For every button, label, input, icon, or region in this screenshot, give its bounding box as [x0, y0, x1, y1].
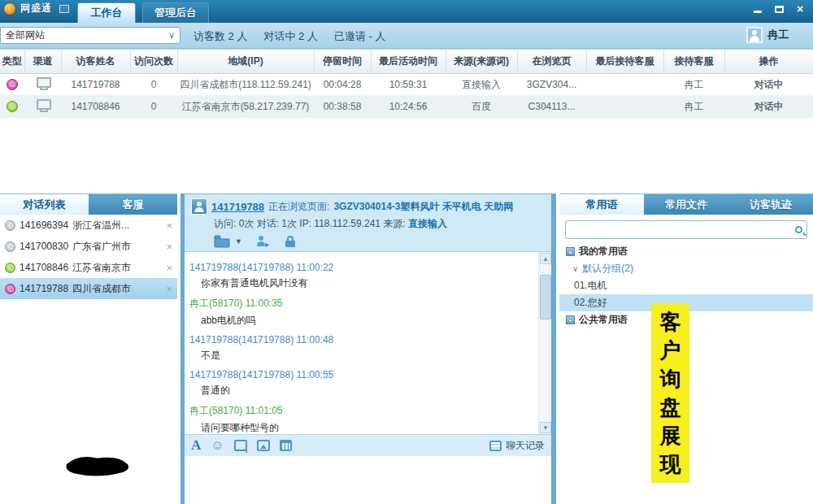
message-text: 普通的	[201, 384, 533, 398]
collapse-icon[interactable]: -	[566, 315, 575, 324]
col-last-active[interactable]: 最后活动时间	[371, 50, 446, 74]
tree-group-label: 公共常用语	[579, 313, 628, 327]
tab-agents[interactable]: 客服	[89, 194, 177, 215]
col-type[interactable]: 类型	[0, 50, 24, 74]
chat-scrollbar[interactable]: ▲ ▼	[538, 252, 551, 434]
chevron-down-icon[interactable]: ▼	[235, 237, 242, 245]
tab-admin-backend[interactable]: 管理后台	[142, 2, 209, 23]
chat-visitor-id-link[interactable]: 141719788	[211, 201, 264, 213]
phrase-item[interactable]: 01.电机	[559, 277, 813, 294]
table-row[interactable]: 141708846 0 江苏省南京市(58.217.239.77) 00:38:…	[0, 96, 813, 118]
stats-bar: 全部网站 ∨ 访客数 2 人 对话中 2 人 已邀请 - 人 冉工	[0, 23, 813, 49]
close-icon[interactable]: ×	[166, 241, 172, 253]
tree-group-my-phrases[interactable]: - 我的常用语	[559, 243, 813, 260]
scrollbar-thumb[interactable]	[540, 275, 551, 319]
magenta-face-icon	[5, 284, 15, 294]
monitor-icon	[37, 99, 50, 111]
annotation-char: 展	[660, 425, 681, 446]
phrase-search-box[interactable]	[565, 220, 807, 239]
message-header: 冉工(58170) 11:00:35	[189, 297, 533, 311]
site-filter-dropdown[interactable]: 全部网站 ∨	[0, 27, 180, 44]
cell-source: 直接输入	[446, 74, 517, 96]
visit-info-text: 访问: 0次 对话: 1次 IP: 118.112.59.241 来源:	[214, 218, 406, 229]
col-action[interactable]: 操作	[724, 50, 813, 74]
chat-input-toolbar: A ☺ 聊天记录	[185, 434, 551, 456]
chat-history-button[interactable]: 聊天记录	[489, 439, 545, 453]
annotation-char: 户	[660, 340, 681, 361]
current-agent[interactable]: 冉工	[746, 27, 789, 43]
visitor-table: 类型 渠道 访客姓名 访问次数 地域(IP) 停留时间 最后活动时间 来源(来源…	[0, 49, 813, 118]
browsing-page-title[interactable]: 3GZV304014-3塑料风叶 禾平机电 天助网	[333, 200, 513, 214]
minimize-button[interactable]	[751, 3, 764, 15]
list-item[interactable]: 141708846 江苏省南京市 ×	[0, 257, 177, 278]
close-icon[interactable]: ×	[166, 262, 172, 274]
col-region-ip[interactable]: 地域(IP)	[177, 50, 314, 74]
chevron-down-icon: ∨	[168, 30, 175, 41]
monitor-icon	[37, 77, 50, 89]
col-stay-time[interactable]: 停留时间	[314, 50, 371, 74]
tab-conversation-list[interactable]: 对话列表	[0, 194, 89, 215]
close-icon[interactable]: ×	[166, 219, 172, 232]
list-item-selected[interactable]: 141719788 四川省成都市 ×	[0, 278, 177, 299]
list-item[interactable]: 141696394 浙江省温州... ×	[0, 215, 177, 236]
col-agent[interactable]: 接待客服	[663, 50, 724, 74]
search-input[interactable]	[570, 224, 795, 236]
gray-face-icon	[5, 241, 15, 252]
scroll-down-icon[interactable]: ▼	[540, 422, 551, 433]
cell-browsing-page-link[interactable]: 3GZV304...	[517, 74, 586, 96]
search-icon[interactable]	[795, 226, 802, 233]
tab-quick-phrases[interactable]: 常用语	[559, 194, 644, 215]
col-channel[interactable]: 渠道	[24, 50, 61, 74]
scroll-up-icon[interactable]: ▲	[540, 253, 551, 264]
magenta-face-icon	[7, 79, 18, 90]
annotation-char: 客	[660, 311, 681, 332]
conversation-region: 浙江省温州...	[72, 219, 129, 232]
cell-last-active: 10:59:31	[371, 74, 446, 96]
message-time: 11:00:55	[296, 369, 333, 380]
conversation-tab-bar: 对话列表 客服	[0, 193, 177, 215]
cell-stay-time: 00:04:28	[314, 74, 371, 96]
font-icon[interactable]: A	[191, 437, 201, 454]
transfer-chat-icon[interactable]	[255, 235, 272, 248]
message-sender: 141719788(141719788)	[189, 334, 293, 345]
close-icon[interactable]: ×	[166, 283, 172, 295]
send-image-icon[interactable]	[257, 440, 270, 451]
cell-action-status[interactable]: 对话中	[724, 74, 813, 96]
cell-source: 百度	[446, 96, 517, 118]
folder-icon[interactable]	[214, 235, 230, 248]
list-item[interactable]: 141700830 广东省广州市 ×	[0, 236, 177, 257]
table-row[interactable]: 141719788 0 四川省成都市(118.112.59.241) 00:04…	[0, 74, 813, 96]
col-visit-count[interactable]: 访问次数	[130, 50, 177, 74]
cell-browsing-page-link[interactable]: C304113...	[517, 96, 586, 118]
stat-chatting-count: 对话中 2 人	[263, 29, 317, 44]
col-source[interactable]: 来源(来源词)	[446, 50, 517, 74]
emoticon-icon[interactable]: ☺	[211, 438, 224, 453]
tab-workbench[interactable]: 工作台	[77, 2, 136, 23]
browsing-label: 正在浏览页面:	[268, 200, 329, 214]
col-browsing-page[interactable]: 在浏览页	[517, 50, 586, 74]
col-visitor-name[interactable]: 访客姓名	[61, 50, 130, 74]
cell-agent: 冉工	[663, 96, 724, 118]
screenshot-icon[interactable]	[234, 440, 247, 451]
message-header: 141719788(141719788) 11:00:48	[189, 334, 533, 345]
conversation-id: 141708846	[20, 262, 68, 273]
chat-input-area[interactable]	[185, 456, 551, 504]
chat-header-toolbar: ▼	[214, 235, 545, 248]
close-button[interactable]: ×	[793, 3, 806, 15]
tab-visitor-track[interactable]: 访客轨迹	[728, 194, 813, 215]
maximize-button[interactable]	[772, 3, 785, 15]
cell-agent: 冉工	[663, 74, 724, 96]
cell-action-status[interactable]: 对话中	[724, 96, 813, 118]
tab-quick-files[interactable]: 常用文件	[644, 194, 728, 215]
col-last-agent[interactable]: 最后接待客服	[586, 50, 663, 74]
tree-subgroup-default[interactable]: ∨ 默认分组(2)	[559, 260, 813, 277]
message-time: 11:00:48	[296, 334, 333, 345]
cell-last-active: 10:24:56	[371, 96, 446, 118]
calculator-icon[interactable]	[280, 440, 292, 451]
stat-invited-count: 已邀请 - 人	[334, 29, 386, 44]
agent-name: 冉工	[767, 28, 789, 42]
message-sender: 141719788(141719788)	[189, 369, 293, 380]
lock-icon[interactable]	[285, 235, 296, 248]
cell-visit-count: 0	[130, 96, 177, 118]
collapse-icon[interactable]: -	[566, 247, 575, 256]
